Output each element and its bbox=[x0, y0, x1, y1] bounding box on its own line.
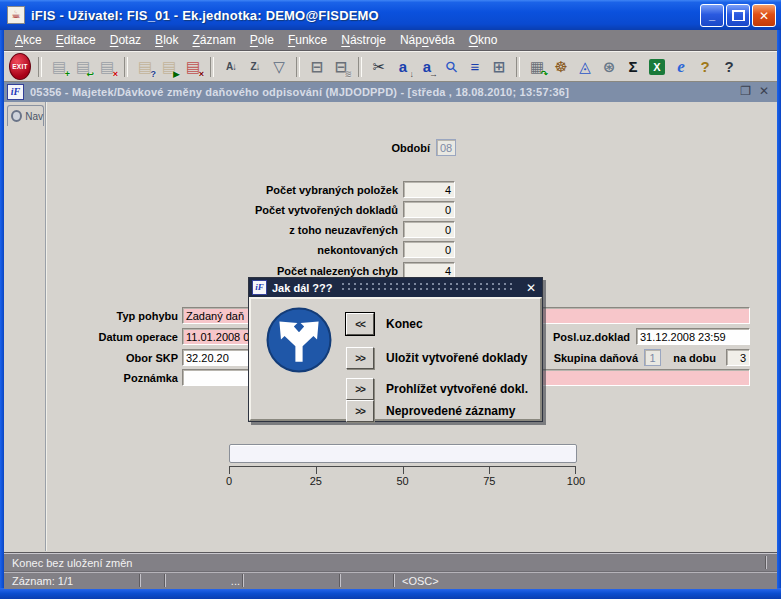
window-border-bottom bbox=[0, 588, 781, 599]
menu-akce[interactable]: Akce bbox=[8, 31, 49, 49]
maximize-button[interactable] bbox=[726, 4, 750, 27]
mdi-close-icon[interactable]: ✕ bbox=[759, 84, 769, 98]
scale-100: 100 bbox=[567, 475, 585, 487]
ulozit-vytvorene-doklady-button[interactable]: >> bbox=[346, 347, 374, 369]
progress-scale: 0 25 50 75 100 bbox=[229, 466, 576, 491]
find-icon-glyph: ⚲ bbox=[441, 56, 462, 77]
neprovedene-zaznamy-button[interactable]: >> bbox=[346, 400, 374, 422]
delete-record-icon[interactable]: ▤× bbox=[95, 54, 119, 80]
menu-zaznam[interactable]: Záznam bbox=[185, 31, 242, 49]
about-icon-glyph: ? bbox=[700, 58, 709, 75]
pocet-vybranych-polozek-label: Počet vybraných položek bbox=[148, 184, 398, 196]
tab-nav[interactable]: Nav bbox=[7, 105, 44, 126]
globe-icon[interactable]: ⊛ bbox=[597, 54, 621, 80]
filter-icon[interactable]: ▽ bbox=[267, 54, 291, 80]
prism-icon-glyph: ◬ bbox=[579, 58, 591, 76]
tree-view-icon[interactable]: ⊞ bbox=[487, 54, 511, 80]
toolbar-separator bbox=[210, 57, 214, 77]
toolbar-separator bbox=[358, 57, 362, 77]
poznamka-label: Poznámka bbox=[28, 372, 178, 384]
cut-icon-glyph: ✂ bbox=[373, 58, 386, 76]
pocet-vytvorenych-dokladu-label: Počet vytvořených dokladů bbox=[148, 204, 398, 216]
java-app-icon: ☕ bbox=[7, 6, 25, 24]
posl-uz-doklad-field: 31.12.2008 23:59 bbox=[636, 328, 750, 345]
about-icon[interactable]: ? bbox=[693, 54, 717, 80]
menu-funkce[interactable]: Funkce bbox=[281, 31, 334, 49]
print-all-icon[interactable]: ⊟≋ bbox=[329, 54, 353, 80]
dialog-title-texture bbox=[341, 282, 512, 293]
browser-icon-glyph: e bbox=[677, 57, 685, 77]
wheel-icon-glyph: ☸ bbox=[554, 58, 567, 76]
konec-button[interactable]: << bbox=[346, 313, 374, 335]
help-icon[interactable]: ? bbox=[717, 54, 741, 80]
exit-icon[interactable]: EXIT bbox=[9, 54, 33, 80]
calendar-icon[interactable]: ▦↷ bbox=[525, 54, 549, 80]
print-icon[interactable]: ⊟ bbox=[305, 54, 329, 80]
jak-dal-dialog: iF Jak dál ??? ✕ << Konec >> Uložit vytv… bbox=[248, 277, 543, 422]
menu-nastroje[interactable]: Nástroje bbox=[334, 31, 393, 49]
sort-descending-icon[interactable]: Z↓ bbox=[243, 54, 267, 80]
window-border-right bbox=[777, 30, 781, 599]
ulozit-vytvorene-doklady-label: Uložit vytvořené doklady bbox=[386, 351, 527, 365]
datum-operace-label: Datum operace bbox=[28, 331, 178, 343]
nav-radio-icon bbox=[11, 110, 22, 122]
menu-bar: AkceEditaceDotazBlokZáznamPoleFunkceNást… bbox=[4, 30, 777, 51]
delete-record-icon-overlay: × bbox=[113, 69, 118, 79]
wheel-icon[interactable]: ☸ bbox=[549, 54, 573, 80]
nekontovanych-label: nekontovaných bbox=[148, 244, 398, 256]
pocet-nalezenych-chyb-label: Počet nalezených chyb bbox=[148, 265, 398, 277]
copy-field-icon[interactable]: a↓ bbox=[391, 54, 415, 80]
ifis-window-icon: iF bbox=[7, 84, 24, 100]
nekontovanych-field: 0 bbox=[403, 241, 455, 258]
menu-okno[interactable]: Okno bbox=[462, 31, 505, 49]
menu-blok[interactable]: Blok bbox=[148, 31, 185, 49]
title-bar[interactable]: ☕ iFIS - Uživatel: FIS_01 - Ek.jednotka:… bbox=[0, 0, 781, 30]
toolbar-separator bbox=[296, 57, 300, 77]
find-icon[interactable]: ⚲ bbox=[439, 54, 463, 80]
browser-icon[interactable]: e bbox=[669, 54, 693, 80]
minimize-button[interactable]: _ bbox=[700, 4, 724, 27]
insert-record-icon-overlay: + bbox=[65, 69, 70, 79]
copy-field-icon-overlay: ↓ bbox=[410, 69, 415, 79]
menu-napoveda[interactable]: Nápověda bbox=[393, 31, 462, 49]
record-indicator: Záznam: 1/1 bbox=[12, 575, 73, 587]
obdobi-label: Období bbox=[340, 142, 430, 154]
close-button[interactable]: ✕ bbox=[752, 4, 776, 27]
paste-field-icon[interactable]: a→ bbox=[415, 54, 439, 80]
obdobi-field: 08 bbox=[436, 139, 456, 156]
dialog-close-icon[interactable]: ✕ bbox=[520, 281, 542, 295]
neprovedene-zaznamy-label: Neprovedené záznamy bbox=[386, 404, 515, 418]
filter-icon-glyph: ▽ bbox=[273, 58, 285, 76]
cut-icon[interactable]: ✂ bbox=[367, 54, 391, 80]
dialog-ifis-icon: iF bbox=[252, 280, 267, 295]
prism-icon[interactable]: ◬ bbox=[573, 54, 597, 80]
menu-pole[interactable]: Pole bbox=[243, 31, 281, 49]
mdi-title-bar[interactable]: iF 05356 - Majetek/Dávkové změny daňovéh… bbox=[4, 82, 777, 103]
osc-indicator: <OSC> bbox=[402, 575, 439, 587]
window-title: iFIS - Uživatel: FIS_01 - Ek.jednotka: D… bbox=[31, 8, 379, 23]
mdi-restore-icon[interactable]: ❐ bbox=[740, 84, 751, 98]
dialog-title-bar[interactable]: iF Jak dál ??? ✕ bbox=[249, 278, 542, 297]
print-all-icon-overlay: ≋ bbox=[344, 69, 352, 79]
toolbar-separator bbox=[38, 57, 42, 77]
menu-dotaz[interactable]: Dotaz bbox=[103, 31, 148, 49]
insert-record-icon[interactable]: ▤+ bbox=[47, 54, 71, 80]
sort-ascending-icon[interactable]: A↓ bbox=[219, 54, 243, 80]
prohlizet-vytvorene-dokl-button[interactable]: >> bbox=[346, 378, 374, 400]
list-of-values-icon[interactable]: ≡ bbox=[463, 54, 487, 80]
typ-pohybu-label: Typ pohybu bbox=[28, 310, 178, 322]
menu-editace[interactable]: Editace bbox=[49, 31, 103, 49]
execute-query-icon[interactable]: ▤▶ bbox=[157, 54, 181, 80]
excel-icon[interactable]: X bbox=[645, 54, 669, 80]
toolbar-separator bbox=[516, 57, 520, 77]
help-icon-glyph: ? bbox=[724, 58, 733, 75]
status-bar: Konec bez uložení změn Záznam: 1/1 ... <… bbox=[4, 552, 777, 589]
dialog-title: Jak dál ??? bbox=[272, 282, 333, 294]
sum-icon[interactable]: Σ bbox=[621, 54, 645, 80]
enter-query-icon[interactable]: ▤? bbox=[133, 54, 157, 80]
cancel-query-icon[interactable]: ▤× bbox=[181, 54, 205, 80]
scale-0: 0 bbox=[226, 475, 232, 487]
application-window: ☕ iFIS - Uživatel: FIS_01 - Ek.jednotka:… bbox=[0, 0, 781, 599]
maximize-icon bbox=[732, 10, 745, 21]
duplicate-record-icon[interactable]: ▤↩ bbox=[71, 54, 95, 80]
